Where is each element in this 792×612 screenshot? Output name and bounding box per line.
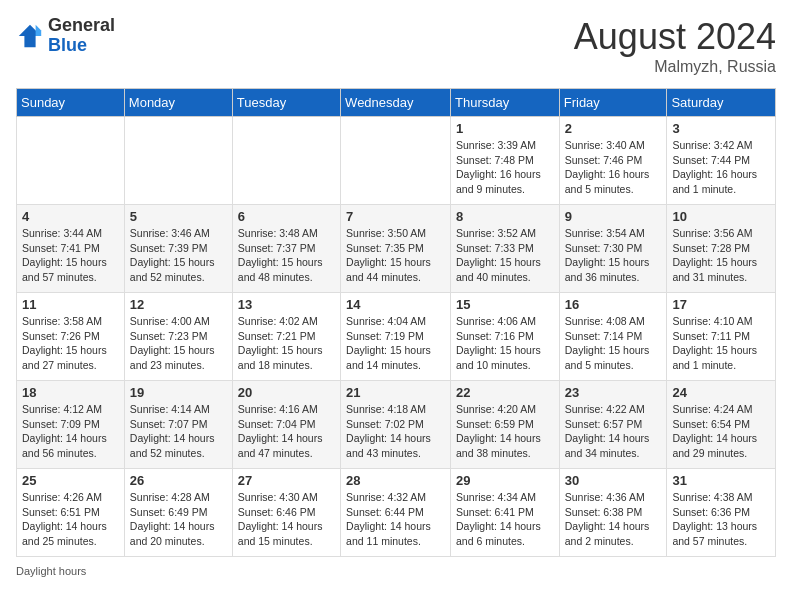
day-number: 18 [22, 385, 119, 400]
calendar-cell: 2Sunrise: 3:40 AM Sunset: 7:46 PM Daylig… [559, 117, 667, 205]
weekday-header-tuesday: Tuesday [232, 89, 340, 117]
calendar-cell: 11Sunrise: 3:58 AM Sunset: 7:26 PM Dayli… [17, 293, 125, 381]
day-info: Sunrise: 4:08 AM Sunset: 7:14 PM Dayligh… [565, 314, 662, 373]
month-title: August 2024 [574, 16, 776, 58]
day-number: 17 [672, 297, 770, 312]
day-number: 8 [456, 209, 554, 224]
day-number: 4 [22, 209, 119, 224]
day-info: Sunrise: 3:42 AM Sunset: 7:44 PM Dayligh… [672, 138, 770, 197]
logo-icon [16, 22, 44, 50]
daylight-label: Daylight hours [16, 565, 86, 577]
day-info: Sunrise: 4:20 AM Sunset: 6:59 PM Dayligh… [456, 402, 554, 461]
day-info: Sunrise: 3:39 AM Sunset: 7:48 PM Dayligh… [456, 138, 554, 197]
day-info: Sunrise: 3:50 AM Sunset: 7:35 PM Dayligh… [346, 226, 445, 285]
calendar-cell: 23Sunrise: 4:22 AM Sunset: 6:57 PM Dayli… [559, 381, 667, 469]
day-info: Sunrise: 3:48 AM Sunset: 7:37 PM Dayligh… [238, 226, 335, 285]
calendar-cell: 17Sunrise: 4:10 AM Sunset: 7:11 PM Dayli… [667, 293, 776, 381]
calendar-cell: 28Sunrise: 4:32 AM Sunset: 6:44 PM Dayli… [341, 469, 451, 557]
calendar-cell [124, 117, 232, 205]
day-number: 6 [238, 209, 335, 224]
day-info: Sunrise: 3:52 AM Sunset: 7:33 PM Dayligh… [456, 226, 554, 285]
calendar-cell: 19Sunrise: 4:14 AM Sunset: 7:07 PM Dayli… [124, 381, 232, 469]
calendar-cell: 26Sunrise: 4:28 AM Sunset: 6:49 PM Dayli… [124, 469, 232, 557]
day-number: 9 [565, 209, 662, 224]
calendar-cell: 14Sunrise: 4:04 AM Sunset: 7:19 PM Dayli… [341, 293, 451, 381]
day-info: Sunrise: 4:24 AM Sunset: 6:54 PM Dayligh… [672, 402, 770, 461]
day-number: 11 [22, 297, 119, 312]
calendar-cell: 12Sunrise: 4:00 AM Sunset: 7:23 PM Dayli… [124, 293, 232, 381]
day-number: 14 [346, 297, 445, 312]
calendar-cell: 8Sunrise: 3:52 AM Sunset: 7:33 PM Daylig… [451, 205, 560, 293]
calendar-cell [341, 117, 451, 205]
calendar-cell: 31Sunrise: 4:38 AM Sunset: 6:36 PM Dayli… [667, 469, 776, 557]
day-number: 25 [22, 473, 119, 488]
calendar-cell: 27Sunrise: 4:30 AM Sunset: 6:46 PM Dayli… [232, 469, 340, 557]
calendar-cell: 3Sunrise: 3:42 AM Sunset: 7:44 PM Daylig… [667, 117, 776, 205]
day-number: 22 [456, 385, 554, 400]
day-info: Sunrise: 3:54 AM Sunset: 7:30 PM Dayligh… [565, 226, 662, 285]
day-info: Sunrise: 4:28 AM Sunset: 6:49 PM Dayligh… [130, 490, 227, 549]
day-info: Sunrise: 4:16 AM Sunset: 7:04 PM Dayligh… [238, 402, 335, 461]
calendar-week-row: 18Sunrise: 4:12 AM Sunset: 7:09 PM Dayli… [17, 381, 776, 469]
weekday-header-monday: Monday [124, 89, 232, 117]
day-info: Sunrise: 4:14 AM Sunset: 7:07 PM Dayligh… [130, 402, 227, 461]
calendar-header: SundayMondayTuesdayWednesdayThursdayFrid… [17, 89, 776, 117]
day-info: Sunrise: 4:30 AM Sunset: 6:46 PM Dayligh… [238, 490, 335, 549]
day-number: 23 [565, 385, 662, 400]
title-block: August 2024 Malmyzh, Russia [574, 16, 776, 76]
calendar-cell: 7Sunrise: 3:50 AM Sunset: 7:35 PM Daylig… [341, 205, 451, 293]
day-info: Sunrise: 4:34 AM Sunset: 6:41 PM Dayligh… [456, 490, 554, 549]
day-info: Sunrise: 3:44 AM Sunset: 7:41 PM Dayligh… [22, 226, 119, 285]
calendar-cell: 21Sunrise: 4:18 AM Sunset: 7:02 PM Dayli… [341, 381, 451, 469]
calendar-cell: 4Sunrise: 3:44 AM Sunset: 7:41 PM Daylig… [17, 205, 125, 293]
weekday-header-thursday: Thursday [451, 89, 560, 117]
day-number: 31 [672, 473, 770, 488]
calendar-cell: 1Sunrise: 3:39 AM Sunset: 7:48 PM Daylig… [451, 117, 560, 205]
day-number: 28 [346, 473, 445, 488]
weekday-header-row: SundayMondayTuesdayWednesdayThursdayFrid… [17, 89, 776, 117]
day-number: 15 [456, 297, 554, 312]
calendar-cell: 5Sunrise: 3:46 AM Sunset: 7:39 PM Daylig… [124, 205, 232, 293]
calendar-week-row: 25Sunrise: 4:26 AM Sunset: 6:51 PM Dayli… [17, 469, 776, 557]
calendar-cell: 25Sunrise: 4:26 AM Sunset: 6:51 PM Dayli… [17, 469, 125, 557]
calendar-body: 1Sunrise: 3:39 AM Sunset: 7:48 PM Daylig… [17, 117, 776, 557]
weekday-header-friday: Friday [559, 89, 667, 117]
day-info: Sunrise: 4:04 AM Sunset: 7:19 PM Dayligh… [346, 314, 445, 373]
calendar-table: SundayMondayTuesdayWednesdayThursdayFrid… [16, 88, 776, 557]
calendar-cell: 30Sunrise: 4:36 AM Sunset: 6:38 PM Dayli… [559, 469, 667, 557]
day-info: Sunrise: 4:36 AM Sunset: 6:38 PM Dayligh… [565, 490, 662, 549]
day-info: Sunrise: 4:02 AM Sunset: 7:21 PM Dayligh… [238, 314, 335, 373]
calendar-cell: 29Sunrise: 4:34 AM Sunset: 6:41 PM Dayli… [451, 469, 560, 557]
calendar-week-row: 4Sunrise: 3:44 AM Sunset: 7:41 PM Daylig… [17, 205, 776, 293]
day-number: 27 [238, 473, 335, 488]
day-number: 21 [346, 385, 445, 400]
calendar-cell: 13Sunrise: 4:02 AM Sunset: 7:21 PM Dayli… [232, 293, 340, 381]
day-info: Sunrise: 4:06 AM Sunset: 7:16 PM Dayligh… [456, 314, 554, 373]
day-info: Sunrise: 4:32 AM Sunset: 6:44 PM Dayligh… [346, 490, 445, 549]
day-info: Sunrise: 3:40 AM Sunset: 7:46 PM Dayligh… [565, 138, 662, 197]
day-number: 13 [238, 297, 335, 312]
calendar-cell: 20Sunrise: 4:16 AM Sunset: 7:04 PM Dayli… [232, 381, 340, 469]
day-info: Sunrise: 4:26 AM Sunset: 6:51 PM Dayligh… [22, 490, 119, 549]
location-title: Malmyzh, Russia [574, 58, 776, 76]
day-number: 24 [672, 385, 770, 400]
calendar-cell: 18Sunrise: 4:12 AM Sunset: 7:09 PM Dayli… [17, 381, 125, 469]
day-number: 5 [130, 209, 227, 224]
day-info: Sunrise: 4:22 AM Sunset: 6:57 PM Dayligh… [565, 402, 662, 461]
logo-blue-text: Blue [48, 35, 87, 55]
calendar-week-row: 1Sunrise: 3:39 AM Sunset: 7:48 PM Daylig… [17, 117, 776, 205]
day-info: Sunrise: 4:00 AM Sunset: 7:23 PM Dayligh… [130, 314, 227, 373]
day-number: 16 [565, 297, 662, 312]
day-info: Sunrise: 3:56 AM Sunset: 7:28 PM Dayligh… [672, 226, 770, 285]
calendar-cell [17, 117, 125, 205]
day-number: 3 [672, 121, 770, 136]
day-number: 1 [456, 121, 554, 136]
calendar-week-row: 11Sunrise: 3:58 AM Sunset: 7:26 PM Dayli… [17, 293, 776, 381]
day-info: Sunrise: 4:18 AM Sunset: 7:02 PM Dayligh… [346, 402, 445, 461]
calendar-cell [232, 117, 340, 205]
day-number: 29 [456, 473, 554, 488]
day-number: 12 [130, 297, 227, 312]
weekday-header-sunday: Sunday [17, 89, 125, 117]
calendar-cell: 9Sunrise: 3:54 AM Sunset: 7:30 PM Daylig… [559, 205, 667, 293]
day-number: 2 [565, 121, 662, 136]
